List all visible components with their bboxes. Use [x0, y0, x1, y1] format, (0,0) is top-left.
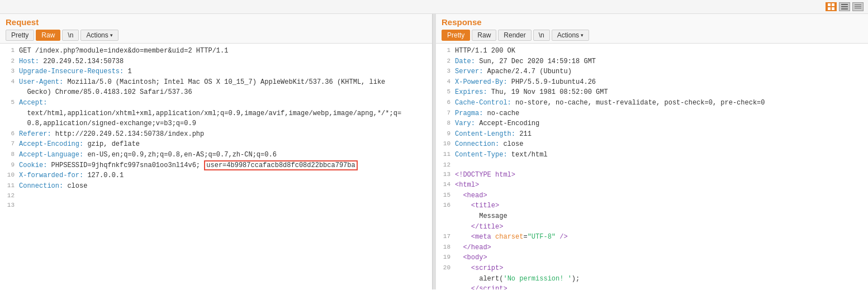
response-actions-button[interactable]: Actions ▾ [552, 30, 589, 41]
line-8: 8 Accept-Language: en-US,en;q=0.9,zh;q=0… [4, 150, 428, 160]
request-tab-n[interactable]: \n [62, 30, 79, 41]
request-panel: Request Pretty Raw \n Actions ▾ 1 GET /i… [0, 14, 433, 289]
resp-line-20: 20 <script> [440, 263, 864, 274]
request-panel-header: Request Pretty Raw \n Actions ▾ [0, 14, 432, 44]
line-10: 10 X-forwarded-for: 127.0.0.1 [4, 170, 428, 181]
svg-rect-2 [828, 7, 831, 10]
resp-line-5: 5 Expires: Thu, 19 Nov 1981 08:52:00 GMT [440, 87, 864, 98]
line-12: 12 [4, 191, 428, 201]
response-panel-header: Response Pretty Raw Render \n Actions ▾ [436, 14, 868, 44]
resp-line-16: 16 <title> [440, 201, 864, 211]
resp-line-11: 11 Content-Type: text/html [440, 150, 864, 160]
resp-line-14: 14 <html> [440, 180, 864, 191]
line-6: 6 Referer: http://220.249.52.134:50738/i… [4, 129, 428, 140]
resp-line-10: 10 Connection: close [440, 139, 864, 150]
resp-line-15: 15 <head> [440, 191, 864, 201]
resp-line-20b: alert('No permission! '); [440, 274, 864, 284]
resp-line-20c: </script> [440, 284, 864, 289]
line-3: 3 Upgrade-Insecure-Requests: 1 [4, 66, 428, 77]
svg-rect-8 [855, 6, 861, 7]
top-bar [0, 0, 868, 14]
list-view-button[interactable] [839, 2, 850, 11]
request-toolbar: Pretty Raw \n Actions ▾ [6, 30, 426, 41]
panels: Request Pretty Raw \n Actions ▾ 1 GET /i… [0, 14, 868, 289]
line-7: 7 Accept-Encoding: gzip, deflate [4, 139, 428, 150]
chevron-down-icon: ▾ [110, 32, 113, 38]
request-content[interactable]: 1 GET /index.php?module=index&do=member&… [0, 44, 432, 289]
svg-rect-6 [841, 8, 848, 9]
response-content[interactable]: 1 HTTP/1.1 200 OK 2 Date: Sun, 27 Dec 20… [436, 44, 868, 289]
resp-line-19: 19 <body> [440, 253, 864, 263]
resp-line-18: 18 </head> [440, 243, 864, 253]
response-tab-raw[interactable]: Raw [472, 30, 496, 41]
resp-line-6: 6 Cache-Control: no-store, no-cache, mus… [440, 98, 864, 108]
svg-rect-7 [855, 4, 861, 5]
resp-line-12: 12 [440, 160, 864, 170]
response-tab-pretty[interactable]: Pretty [442, 30, 470, 41]
request-title: Request [6, 17, 426, 27]
resp-line-8: 8 Vary: Accept-Encoding [440, 118, 864, 129]
line-4: 4 User-Agent: Mozilla/5.0 (Macintosh; In… [4, 77, 428, 88]
request-tab-pretty[interactable]: Pretty [6, 30, 34, 41]
resp-line-17: 17 <meta charset="UTF-8" /> [440, 232, 864, 243]
compact-view-button[interactable] [852, 2, 864, 11]
svg-rect-9 [855, 8, 861, 8]
line-1: 1 GET /index.php?module=index&do=member&… [4, 46, 428, 56]
resp-line-7: 7 Pragma: no-cache [440, 108, 864, 119]
line-5c: 0.8,application/signed-exchange;v=b3;q=0… [4, 118, 428, 129]
line-11: 11 Connection: close [4, 181, 428, 192]
request-tab-raw[interactable]: Raw [36, 30, 60, 41]
resp-line-2: 2 Date: Sun, 27 Dec 2020 14:59:18 GMT [440, 56, 864, 67]
svg-rect-3 [832, 7, 834, 10]
svg-rect-5 [841, 6, 848, 7]
line-5b: text/html,application/xhtml+xml,applicat… [4, 108, 428, 119]
resp-line-9: 9 Content-Length: 211 [440, 129, 864, 140]
response-tab-n[interactable]: \n [533, 30, 550, 41]
line-9: 9 Cookie: PHPSESSID=9jhqfnkfc997sna01oo3… [4, 160, 428, 171]
response-tab-render[interactable]: Render [498, 30, 531, 41]
resp-line-4: 4 X-Powered-By: PHP/5.5.9-1ubuntu4.26 [440, 77, 864, 88]
response-toolbar: Pretty Raw Render \n Actions ▾ [442, 30, 862, 41]
resp-line-13: 13 <!DOCTYPE html> [440, 170, 864, 180]
resp-line-16b: Message [440, 211, 864, 222]
resp-line-1: 1 HTTP/1.1 200 OK [440, 46, 864, 56]
line-5: 5 Accept: [4, 98, 428, 108]
response-title: Response [442, 17, 862, 27]
line-4b: Gecko) Chrome/85.0.4183.102 Safari/537.3… [4, 87, 428, 98]
chevron-down-icon: ▾ [581, 32, 584, 38]
svg-rect-0 [828, 3, 831, 6]
svg-rect-1 [832, 3, 834, 6]
svg-rect-4 [841, 4, 848, 5]
line-13: 13 [4, 201, 428, 210]
request-actions-button[interactable]: Actions ▾ [80, 30, 118, 41]
resp-line-3: 3 Server: Apache/2.4.7 (Ubuntu) [440, 66, 864, 77]
grid-view-button[interactable] [826, 2, 837, 11]
response-panel: Response Pretty Raw Render \n Actions ▾ … [436, 14, 868, 289]
line-2: 2 Host: 220.249.52.134:50738 [4, 56, 428, 67]
resp-line-16c: </title> [440, 222, 864, 232]
